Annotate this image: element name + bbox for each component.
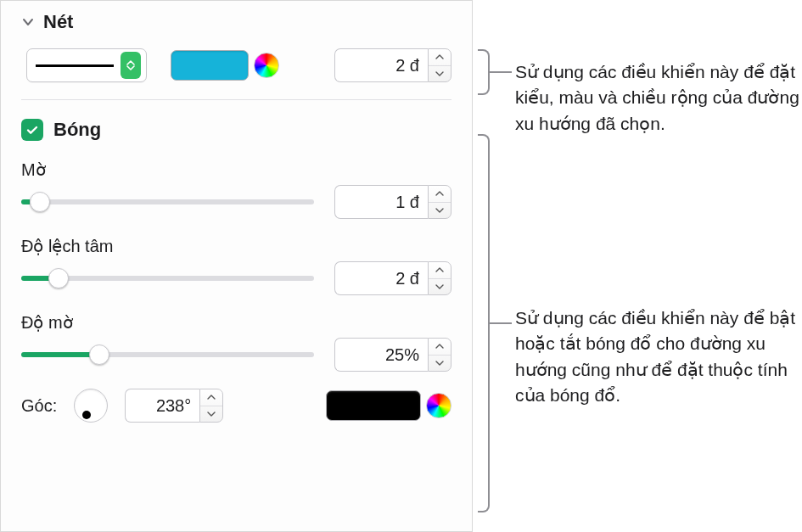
- callout-stroke: Sử dụng các điều khiển này để đặt kiểu, …: [515, 59, 802, 137]
- stepper-up-icon: [200, 389, 222, 406]
- angle-field[interactable]: [125, 389, 199, 423]
- callouts-layer: Sử dụng các điều khiển này để đặt kiểu, …: [473, 0, 802, 532]
- offset-label: Độ lệch tâm: [21, 236, 451, 256]
- blur-slider[interactable]: [21, 199, 314, 204]
- stepper-up-icon: [429, 49, 451, 66]
- stroke-section-title: Nét: [43, 11, 73, 33]
- stroke-color-group: [171, 50, 279, 81]
- color-wheel-icon[interactable]: [426, 393, 451, 418]
- inspector-panel: Nét: [0, 0, 473, 532]
- stroke-controls-row: [26, 48, 451, 82]
- opacity-control: Độ mờ: [21, 312, 451, 372]
- stepper-down-icon: [200, 406, 222, 423]
- angle-label: Góc:: [21, 396, 57, 416]
- color-wheel-icon[interactable]: [254, 53, 279, 78]
- stroke-color-well[interactable]: [171, 50, 249, 81]
- opacity-stepper[interactable]: [428, 338, 451, 372]
- offset-slider[interactable]: [21, 276, 314, 281]
- bracket-icon: [478, 134, 490, 512]
- callout-shadow: Sử dụng các điều khiển này để bật hoặc t…: [515, 305, 802, 409]
- stepper-down-icon: [429, 279, 451, 295]
- blur-label: Mờ: [21, 160, 451, 180]
- stroke-width-field[interactable]: [334, 48, 428, 82]
- offset-control: Độ lệch tâm: [21, 236, 451, 295]
- blur-control: Mờ: [21, 160, 451, 219]
- shadow-checkbox-label: Bóng: [53, 119, 101, 141]
- offset-field[interactable]: [334, 261, 428, 295]
- lead-line-icon: [490, 322, 512, 324]
- blur-stepper[interactable]: [428, 185, 451, 219]
- angle-dial[interactable]: [74, 389, 108, 423]
- angle-control: Góc:: [21, 389, 451, 423]
- opacity-label: Độ mờ: [21, 312, 451, 333]
- stroke-style-popup[interactable]: [26, 48, 147, 82]
- shadow-checkbox[interactable]: [21, 119, 43, 141]
- stepper-down-icon: [429, 356, 451, 372]
- opacity-field[interactable]: [334, 338, 428, 372]
- angle-indicator-icon: [82, 411, 91, 419]
- divider: [21, 99, 451, 100]
- stroke-width-stepper[interactable]: [428, 48, 451, 82]
- shadow-color-group: [326, 390, 451, 421]
- angle-stepper[interactable]: [199, 389, 223, 423]
- shadow-check-row: Bóng: [21, 119, 451, 141]
- stepper-up-icon: [429, 262, 451, 279]
- popup-arrows-icon: [121, 52, 141, 79]
- lead-line-icon: [490, 71, 512, 73]
- bracket-icon: [478, 49, 490, 95]
- offset-stepper[interactable]: [428, 261, 451, 295]
- checkmark-icon: [25, 123, 39, 137]
- stepper-up-icon: [429, 339, 451, 356]
- chevron-down-icon: [21, 15, 35, 29]
- stroke-width-field-group: [334, 48, 451, 82]
- blur-field[interactable]: [334, 185, 428, 219]
- stepper-down-icon: [429, 66, 451, 82]
- stepper-down-icon: [429, 203, 451, 219]
- stroke-section-header[interactable]: Nét: [21, 11, 451, 33]
- shadow-color-well[interactable]: [326, 390, 421, 421]
- opacity-slider[interactable]: [21, 352, 314, 357]
- stepper-up-icon: [429, 186, 451, 203]
- stroke-style-preview-icon: [36, 64, 114, 67]
